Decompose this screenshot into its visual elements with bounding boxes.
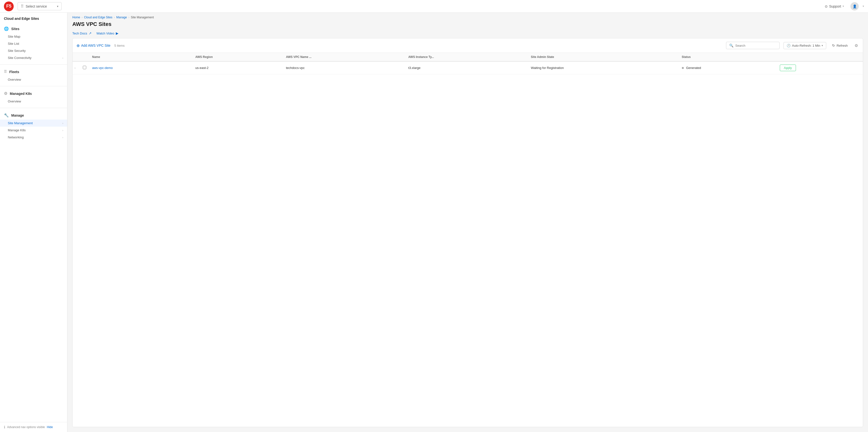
manage-k8s-label: Manage K8s — [8, 128, 26, 132]
col-status: Status — [679, 53, 777, 61]
breadcrumb-sep-2: › — [114, 16, 115, 19]
sidebar-item-site-management[interactable]: Site Management › — [0, 120, 67, 127]
user-chevron-icon: ▾ — [863, 5, 864, 8]
plus-circle-icon: ⊕ — [76, 43, 80, 48]
sidebar-group-header-managed-k8s[interactable]: ⚙ Managed K8s — [0, 89, 67, 98]
fleets-grid-icon: ⠿ — [4, 69, 7, 74]
status-dot-icon — [682, 67, 684, 69]
grid-dots-icon: ⠿ — [21, 4, 24, 8]
info-icon: ℹ — [4, 425, 5, 429]
user-icon: 👤 — [852, 4, 857, 8]
play-circle-icon: ▶ — [116, 31, 119, 35]
refresh-label: Refresh — [836, 44, 848, 48]
sidebar-group-header-fleets[interactable]: ⠿ Fleets — [0, 67, 67, 76]
sidebar-item-fleets-overview[interactable]: Overview — [0, 76, 67, 83]
row-name-cell: aws-vpc-demo — [89, 61, 192, 74]
col-aws-region: AWS Region — [192, 53, 283, 61]
item-count: 5 items — [114, 44, 125, 48]
row-status-cell: Generated — [679, 61, 777, 74]
refresh-button[interactable]: ↻ Refresh — [830, 42, 850, 49]
top-header: F5 ⠿ Select service ▾ ⊙ Support ▾ 👤 ▾ — [0, 0, 868, 13]
col-instance-type: AWS Instance Ty... — [405, 53, 528, 61]
site-management-chevron-icon: › — [62, 122, 63, 125]
sites-group-label: Sites — [11, 27, 19, 31]
auto-refresh-chevron-icon: ▾ — [822, 44, 823, 47]
search-box[interactable]: 🔍 — [726, 42, 780, 49]
breadcrumb-manage[interactable]: Manage — [116, 16, 127, 19]
manage-wrench-icon: 🔧 — [4, 113, 9, 118]
row-admin-state-cell: Waiting for Registration — [528, 61, 679, 74]
sidebar-bottom: ℹ Advanced nav options visible Hide — [0, 422, 67, 432]
sidebar: Cloud and Edge Sites 🌐 Sites Site Map Si… — [0, 13, 67, 432]
refresh-icon: ↻ — [832, 44, 835, 48]
manage-k8s-chevron-icon: › — [62, 129, 63, 132]
sidebar-item-k8s-overview[interactable]: Overview — [0, 98, 67, 105]
advanced-nav-text: Advanced nav options visible — [7, 425, 45, 429]
page-title: AWS VPC Sites — [67, 20, 868, 30]
row-expand-cell[interactable]: › — [72, 61, 80, 74]
breadcrumb-sep-1: › — [82, 16, 83, 19]
site-name-link[interactable]: aws-vpc-demo — [92, 66, 113, 70]
col-expand — [72, 53, 80, 61]
sidebar-group-header-manage[interactable]: 🔧 Manage — [0, 111, 67, 120]
breadcrumb-sep-3: › — [128, 16, 129, 19]
managed-k8s-group-label: Managed K8s — [10, 92, 32, 95]
row-vpc-name-cell: techdocs-vpc — [283, 61, 405, 74]
sidebar-item-networking[interactable]: Networking › — [0, 134, 67, 141]
sidebar-group-manage: 🔧 Manage Site Management › Manage K8s › … — [0, 109, 67, 143]
support-chevron-icon: ▾ — [843, 5, 844, 8]
settings-gear-icon: ⚙ — [855, 44, 858, 48]
action-links: Tech Docs ↗ Watch Video ▶ — [67, 30, 868, 38]
table-row: › aws-vpc-demo us-east-2 techdocs-vpc t3… — [72, 61, 863, 74]
breadcrumb-cloud-edge[interactable]: Cloud and Edge Sites — [84, 16, 113, 19]
row-action-cell[interactable]: Apply — [777, 61, 863, 74]
row-expand-icon: › — [74, 66, 75, 70]
select-service-dropdown[interactable]: ⠿ Select service ▾ — [18, 2, 62, 10]
sidebar-section-title: Cloud and Edge Sites — [0, 13, 67, 23]
header-right: ⊙ Support ▾ 👤 ▾ — [822, 2, 864, 10]
search-icon: 🔍 — [729, 44, 734, 48]
table-header-row: Name AWS Region AWS VPC Name ... AWS Ins… — [72, 53, 863, 61]
status-label: Generated — [686, 66, 701, 70]
clock-icon: 🕐 — [787, 44, 790, 48]
watch-video-link[interactable]: Watch Video ▶ — [96, 31, 119, 35]
sidebar-item-manage-k8s[interactable]: Manage K8s › — [0, 127, 67, 134]
apply-button[interactable]: Apply — [780, 64, 796, 71]
table-container: ⊕ Add AWS VPC Site 5 items 🔍 🕐 Auto-Refr… — [72, 38, 863, 427]
row-region-cell: us-east-2 — [192, 61, 283, 74]
sidebar-item-site-list[interactable]: Site List — [0, 40, 67, 47]
col-action — [777, 53, 863, 61]
sidebar-group-managed-k8s: ⚙ Managed K8s Overview — [0, 87, 67, 107]
sidebar-group-header-sites[interactable]: 🌐 Sites — [0, 24, 67, 33]
content-area: Home › Cloud and Edge Sites › Manage › S… — [67, 13, 868, 432]
fleets-overview-label: Overview — [8, 78, 21, 81]
user-avatar-button[interactable]: 👤 — [850, 2, 859, 10]
support-label: Support — [829, 4, 841, 8]
auto-refresh-dropdown[interactable]: 🕐 Auto-Refresh: 1 Min ▾ — [783, 42, 827, 49]
site-security-label: Site Security — [8, 49, 26, 53]
hide-nav-link[interactable]: Hide — [47, 425, 53, 429]
support-circle-icon: ⊙ — [825, 4, 828, 8]
site-connectivity-chevron-icon: › — [62, 56, 63, 59]
tech-docs-link[interactable]: Tech Docs ↗ — [72, 31, 92, 35]
table-scroll: Name AWS Region AWS VPC Name ... AWS Ins… — [72, 53, 863, 427]
networking-label: Networking — [8, 136, 24, 139]
sidebar-item-site-security[interactable]: Site Security — [0, 47, 67, 54]
site-connectivity-label: Site Connectivity — [8, 56, 32, 60]
table-toolbar: ⊕ Add AWS VPC Site 5 items 🔍 🕐 Auto-Refr… — [72, 38, 863, 53]
add-btn-label: Add AWS VPC Site — [81, 44, 111, 48]
support-button[interactable]: ⊙ Support ▾ — [822, 3, 846, 10]
table-settings-button[interactable]: ⚙ — [854, 42, 859, 49]
row-checkbox-cell[interactable] — [80, 61, 89, 74]
sidebar-item-site-connectivity[interactable]: Site Connectivity › — [0, 54, 67, 61]
breadcrumb-home[interactable]: Home — [72, 16, 80, 19]
sidebar-item-site-map[interactable]: Site Map — [0, 33, 67, 40]
fleets-group-label: Fleets — [9, 70, 19, 74]
search-input[interactable] — [735, 44, 776, 48]
site-map-label: Site Map — [8, 35, 20, 38]
row-checkbox[interactable] — [83, 66, 86, 69]
sidebar-group-sites: 🌐 Sites Site Map Site List Site Security… — [0, 23, 67, 63]
site-list-label: Site List — [8, 42, 19, 46]
col-name: Name — [89, 53, 192, 61]
add-aws-vpc-site-button[interactable]: ⊕ Add AWS VPC Site — [76, 43, 111, 48]
